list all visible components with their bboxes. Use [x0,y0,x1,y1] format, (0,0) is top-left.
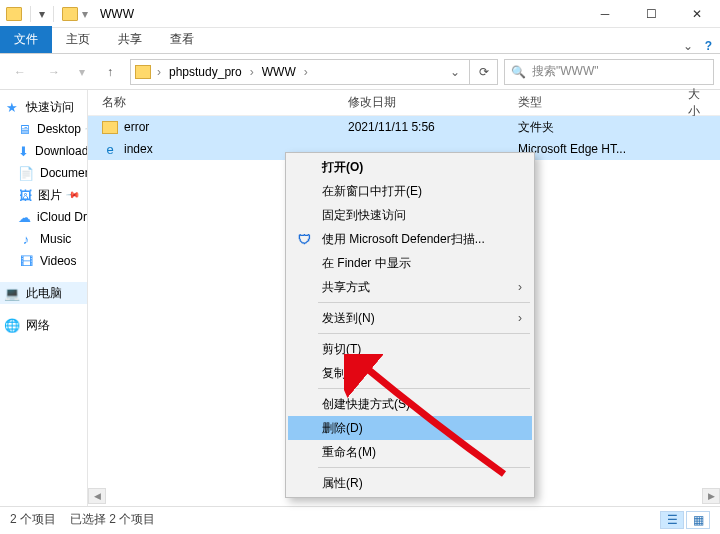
sidebar-quick-access[interactable]: ★快速访问 [0,96,87,118]
address-bar[interactable]: › phpstudy_pro › WWW › ⌄ [130,59,470,85]
status-selected-count: 已选择 2 个项目 [70,511,155,528]
chevron-right-icon: › [248,65,256,79]
submenu-arrow-icon: › [518,311,522,325]
search-placeholder: 搜索"WWW" [532,63,599,80]
downloads-icon: ⬇ [18,143,29,159]
refresh-button[interactable]: ⟳ [470,59,498,85]
ctx-send-to[interactable]: 发送到(N)› [288,306,532,330]
edge-icon: e [102,141,118,157]
documents-icon: 📄 [18,165,34,181]
search-icon: 🔍 [511,65,526,79]
ctx-copy[interactable]: 复制(C) [288,361,532,385]
status-item-count: 2 个项目 [10,511,56,528]
star-icon: ★ [4,99,20,115]
crumb-current[interactable]: WWW [260,65,298,79]
ctx-finder-show[interactable]: 在 Finder 中显示 [288,251,532,275]
address-dropdown-icon[interactable]: ⌄ [445,65,465,79]
ctx-properties[interactable]: 属性(R) [288,471,532,495]
sidebar-item-music[interactable]: ♪Music [0,228,87,250]
ctx-create-shortcut[interactable]: 创建快捷方式(S) [288,392,532,416]
qat-down-icon[interactable]: ▾ [82,7,88,21]
address-folder-icon [135,65,151,79]
submenu-arrow-icon: › [518,280,522,294]
ctx-open[interactable]: 打开(O) [288,155,532,179]
ribbon-tabs: 文件 主页 共享 查看 ⌄ ? [0,28,720,54]
ctx-defender-scan[interactable]: 🛡使用 Microsoft Defender扫描... [288,227,532,251]
column-header-row: 名称 修改日期 类型 大小 [88,90,720,116]
ctx-separator [318,302,530,303]
context-menu: 打开(O) 在新窗口中打开(E) 固定到快速访问 🛡使用 Microsoft D… [285,152,535,498]
chevron-right-icon: › [302,65,310,79]
sidebar-item-downloads[interactable]: ⬇Downloads [0,140,87,162]
shield-icon: 🛡 [296,231,312,247]
ctx-rename[interactable]: 重命名(M) [288,440,532,464]
ctx-cut[interactable]: 剪切(T) [288,337,532,361]
sidebar-item-desktop[interactable]: 🖥Desktop [0,118,87,140]
videos-icon: 🎞 [18,253,34,269]
search-input[interactable]: 🔍 搜索"WWW" [504,59,714,85]
desktop-icon: 🖥 [18,121,31,137]
chevron-right-icon: › [155,65,163,79]
sidebar-item-videos[interactable]: 🎞Videos [0,250,87,272]
col-size[interactable]: 大小 [688,86,720,120]
nav-bar: ← → ▾ ↑ › phpstudy_pro › WWW › ⌄ ⟳ 🔍 搜索"… [0,54,720,90]
col-date[interactable]: 修改日期 [348,94,518,111]
minimize-button[interactable]: ─ [582,0,628,28]
close-button[interactable]: ✕ [674,0,720,28]
folder-icon [102,121,118,134]
maximize-button[interactable]: ☐ [628,0,674,28]
col-name[interactable]: 名称 [88,94,348,111]
music-icon: ♪ [18,231,34,247]
cloud-icon: ☁ [18,209,31,225]
network-icon: 🌐 [4,317,20,333]
nav-forward-button[interactable]: → [40,58,68,86]
tab-file[interactable]: 文件 [0,26,52,53]
sidebar-network[interactable]: 🌐网络 [0,314,87,336]
view-details-button[interactable]: ☰ [660,511,684,529]
crumb-parent[interactable]: phpstudy_pro [167,65,244,79]
sidebar-item-icloud[interactable]: ☁iCloud Drive (M [0,206,87,228]
nav-back-button[interactable]: ← [6,58,34,86]
title-folder-icon [62,7,78,21]
pictures-icon: 🖼 [18,187,32,203]
help-icon[interactable]: ? [705,39,712,53]
window-title: WWW [94,7,582,21]
hscroll-left[interactable]: ◀ [88,488,106,504]
pc-icon: 💻 [4,285,20,301]
ctx-separator [318,467,530,468]
ctx-open-new-window[interactable]: 在新窗口中打开(E) [288,179,532,203]
status-bar: 2 个项目 已选择 2 个项目 ☰ ▦ [0,506,720,532]
nav-history-button[interactable]: ▾ [74,58,90,86]
nav-up-button[interactable]: ↑ [96,58,124,86]
ctx-separator [318,388,530,389]
sidebar-item-documents[interactable]: 📄Documents [0,162,87,184]
ctx-separator [318,333,530,334]
col-type[interactable]: 类型 [518,94,688,111]
app-folder-icon [6,7,22,21]
ctx-share[interactable]: 共享方式› [288,275,532,299]
file-row[interactable]: error 2021/11/11 5:56 文件夹 [88,116,720,138]
window-titlebar: ▾ ▾ WWW ─ ☐ ✕ [0,0,720,28]
tab-share[interactable]: 共享 [104,26,156,53]
view-icons-button[interactable]: ▦ [686,511,710,529]
qat-icon[interactable]: ▾ [39,7,45,21]
sidebar: ★快速访问 🖥Desktop ⬇Downloads 📄Documents 🖼图片… [0,90,88,506]
tab-home[interactable]: 主页 [52,26,104,53]
ctx-pin-quick-access[interactable]: 固定到快速访问 [288,203,532,227]
ribbon-expand-icon[interactable]: ⌄ [683,39,693,53]
hscroll-right[interactable]: ▶ [702,488,720,504]
ctx-delete[interactable]: 删除(D) [288,416,532,440]
tab-view[interactable]: 查看 [156,26,208,53]
sidebar-item-pictures[interactable]: 🖼图片 [0,184,87,206]
sidebar-this-pc[interactable]: 💻此电脑 [0,282,87,304]
